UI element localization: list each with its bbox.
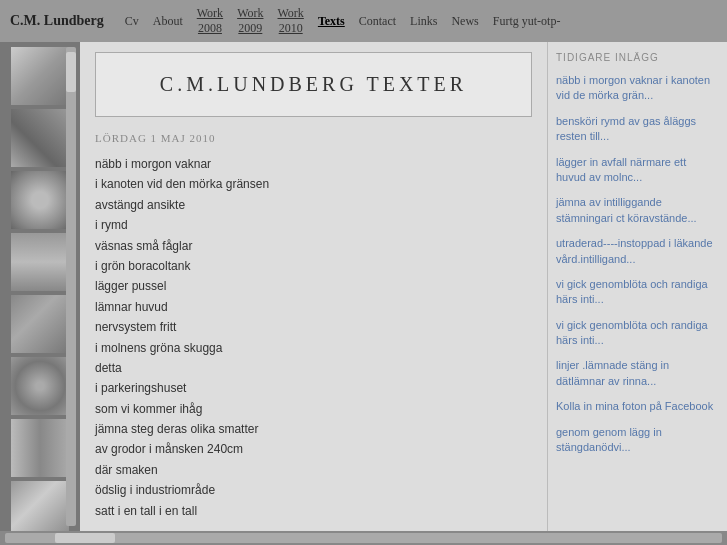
poem-line: ödslig i industriområde	[95, 480, 532, 500]
thumbnail-2[interactable]	[11, 109, 69, 167]
horizontal-scrollbar-thumb	[55, 533, 115, 543]
thumbnail-1[interactable]	[11, 47, 69, 105]
nav-link-work2010[interactable]: Work2010	[275, 4, 307, 38]
thumbnail-3[interactable]	[11, 171, 69, 229]
left-scrollbar[interactable]	[66, 47, 76, 526]
sidebar-entry-0[interactable]: näbb i morgon vaknar i kanoten vid de mö…	[556, 73, 719, 104]
sidebar-entry-6[interactable]: vi gick genomblöta och randiga härs inti…	[556, 318, 719, 349]
page-heading-box: C.M.LUNDBERG TEXTER	[95, 52, 532, 117]
poem-line: lägger pussel	[95, 276, 532, 296]
thumbnail-7[interactable]	[11, 419, 69, 477]
sidebar-heading: TIDIGARE INLÄGG	[556, 52, 719, 63]
date-label: LÖRDAG 1 MAJ 2010	[95, 132, 532, 144]
sidebar-entry-9[interactable]: genom genom lägg in stängdanödvi...	[556, 425, 719, 456]
poem-line: i rymd	[95, 215, 532, 235]
sidebar-entry-5[interactable]: vi gick genomblöta och randiga härs inti…	[556, 277, 719, 308]
horizontal-scrollbar-track	[5, 533, 722, 543]
center-content[interactable]: C.M.LUNDBERG TEXTER LÖRDAG 1 MAJ 2010 nä…	[80, 42, 547, 531]
sidebar-entry-1[interactable]: bensköri rymd av gas åläggs resten till.…	[556, 114, 719, 145]
thumbnail-sidebar	[0, 42, 80, 531]
thumbnail-4[interactable]	[11, 233, 69, 291]
nav-link-texts[interactable]: Texts	[315, 12, 348, 31]
poem-lines: näbb i morgon vaknar i kanoten vid den m…	[95, 154, 532, 521]
poem-line: satt i en tall i en tall	[95, 501, 532, 521]
sidebar-entry-7[interactable]: linjer .lämnade stäng in dätlämnar av ri…	[556, 358, 719, 389]
sidebar-entry-8[interactable]: Kolla in mina foton på Facebook	[556, 399, 719, 414]
poem-line: i molnens gröna skugga	[95, 338, 532, 358]
sidebar-entry-2[interactable]: lägger in avfall närmare ett huvud av mo…	[556, 155, 719, 186]
nav-link-contact[interactable]: Contact	[356, 12, 399, 31]
site-title: C.M. Lundberg	[10, 13, 104, 29]
thumbnail-8[interactable]	[11, 481, 69, 531]
sidebar-entry-3[interactable]: jämna av intilliggande stämningari ct kö…	[556, 195, 719, 226]
right-sidebar[interactable]: TIDIGARE INLÄGG näbb i morgon vaknar i k…	[547, 42, 727, 531]
poem-line: väsnas små fåglar	[95, 236, 532, 256]
poem-line: lämnar huvud	[95, 297, 532, 317]
main-area: C.M.LUNDBERG TEXTER LÖRDAG 1 MAJ 2010 nä…	[0, 42, 727, 531]
nav-link-links[interactable]: Links	[407, 12, 440, 31]
thumbnail-5[interactable]	[11, 295, 69, 353]
poem-line: där smaken	[95, 460, 532, 480]
nav-link-cv[interactable]: Cv	[122, 12, 142, 31]
poem-line: nervsystem fritt	[95, 317, 532, 337]
left-scrollbar-thumb	[66, 52, 76, 92]
poem-line: i kanoten vid den mörka gränsen	[95, 174, 532, 194]
poem-line: i grön boracoltank	[95, 256, 532, 276]
horizontal-scrollbar[interactable]	[0, 531, 727, 545]
poem-line: som vi kommer ihåg	[95, 399, 532, 419]
nav-link-news[interactable]: News	[448, 12, 481, 31]
nav-link-furtg[interactable]: Furtg yut-otp-	[490, 12, 564, 31]
poem-line: av grodor i månsken 240cm	[95, 439, 532, 459]
poem-line: detta	[95, 358, 532, 378]
nav-link-about[interactable]: About	[150, 12, 186, 31]
poem-line: i parkeringshuset	[95, 378, 532, 398]
nav-link-work2009[interactable]: Work2009	[234, 4, 266, 38]
sidebar-entry-4[interactable]: utraderad----instoppad i läkande vård.in…	[556, 236, 719, 267]
page-title: C.M.LUNDBERG TEXTER	[106, 73, 521, 96]
poem-line: jämna steg deras olika smatter	[95, 419, 532, 439]
poem-line: avstängd ansikte	[95, 195, 532, 215]
thumbnail-6[interactable]	[11, 357, 69, 415]
navigation-bar: C.M. Lundberg Cv About Work2008 Work2009…	[0, 0, 727, 42]
poem-line: näbb i morgon vaknar	[95, 154, 532, 174]
nav-link-work2008[interactable]: Work2008	[194, 4, 226, 38]
